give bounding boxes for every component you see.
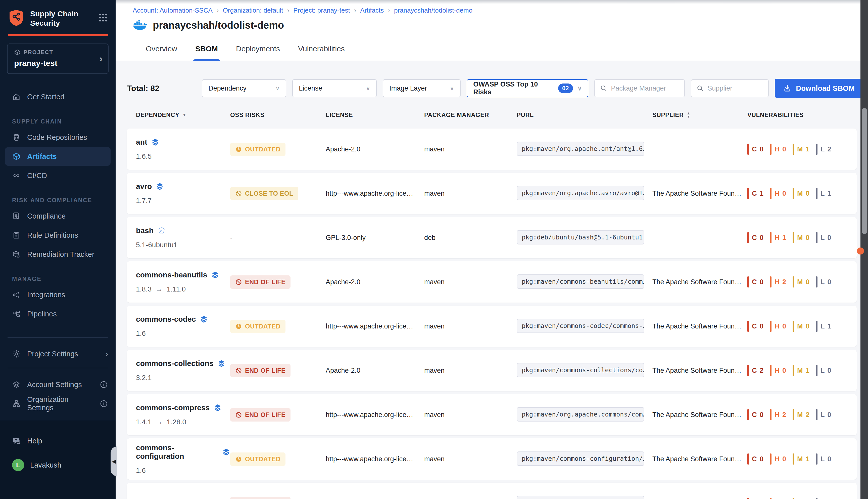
risk-badge-label: OUTDATED <box>245 455 280 463</box>
oss-risk-cell: OUTDATED <box>230 143 326 156</box>
filter-image-layer[interactable]: Image Layer∨ <box>383 79 461 97</box>
purl-value[interactable]: pkg:maven/org.apache.avro/avro@1… <box>517 186 644 200</box>
app-switcher-grid-icon[interactable] <box>98 13 108 23</box>
severity-bar <box>816 188 817 199</box>
purl-value[interactable]: pkg:maven/org.apache.ant/ant@1.6… <box>517 142 644 156</box>
vuln-count-c: C 0 <box>747 144 764 155</box>
breadcrumb-separator: › <box>217 7 219 14</box>
vuln-count-l: L 0 <box>816 277 832 288</box>
purl-value[interactable]: pkg:maven/org.apache.commons/com… <box>517 407 644 422</box>
table-row[interactable]: commons-collections3.2.1END OF LIFEApach… <box>127 350 857 391</box>
tab-deployments[interactable]: Deployments <box>234 37 282 61</box>
filter-label: OWASP OSS Top 10 Risks <box>473 81 554 96</box>
dependency-version-new: 1.28.0 <box>167 418 186 426</box>
table-row[interactable]: commons-configuration1.6OUTDATEDhttp---w… <box>127 438 857 479</box>
table-row[interactable]: commons-fileuploadEND OF LIFEApache-2.0m… <box>127 483 857 499</box>
table-row[interactable]: avro1.7.7CLOSE TO EOLhttp---www.apache.o… <box>127 173 857 214</box>
info-icon[interactable] <box>100 380 108 389</box>
info-icon[interactable] <box>100 399 108 408</box>
sidebar-item-compliance[interactable]: Compliance <box>5 207 111 226</box>
dependency-name: ant <box>136 138 147 146</box>
sidebar-item-organization-settings[interactable]: Organization Settings <box>5 394 111 413</box>
table-row[interactable]: bash5.1-6ubuntu1-GPL-3.0-onlydebpkg:deb/… <box>127 217 857 258</box>
table-row[interactable]: ant1.6.5OUTDATEDApache-2.0mavenpkg:maven… <box>127 129 857 170</box>
supplier-cell: The Apache Software Foun… <box>652 190 747 197</box>
download-sbom-button[interactable]: Download SBOM <box>775 79 863 98</box>
sidebar-item-remediation-tracker[interactable]: Remediation Tracker <box>5 245 111 264</box>
vuln-count-h: H 0 <box>770 498 787 499</box>
docker-whale-icon <box>133 20 147 31</box>
breadcrumb-item[interactable]: Artifacts <box>360 7 384 14</box>
severity-bar <box>770 144 771 155</box>
column-header-supplier[interactable]: SUPPLIER▲▼ <box>652 111 747 119</box>
project-selector[interactable]: PROJECT pranay-test › <box>7 44 109 74</box>
sidebar-item-project-settings[interactable]: Project Settings› <box>5 344 111 363</box>
sidebar-item-account-settings[interactable]: Account Settings <box>5 375 111 394</box>
sidebar-item-artifacts[interactable]: Artifacts <box>5 147 111 166</box>
risk-badge-label: END OF LIFE <box>245 367 286 374</box>
sidebar-item-label: Get Started <box>27 93 64 101</box>
dependency-cell: bash5.1-6ubuntu1 <box>136 226 230 249</box>
vuln-count-l: L 0 <box>816 409 832 420</box>
severity-bar <box>816 453 817 464</box>
vuln-count-m: M 0 <box>793 232 810 243</box>
breadcrumb-item[interactable]: pranaycshah/todolist-demo <box>394 7 473 14</box>
dependency-cell: commons-collections3.2.1 <box>136 359 230 382</box>
breadcrumb: Account: Automation-SSCA›Organization: d… <box>133 7 868 14</box>
tab-sbom[interactable]: SBOM <box>193 37 220 61</box>
purl-value[interactable]: pkg:maven/commons-codec/commons-… <box>517 319 644 333</box>
table-row[interactable]: commons-codec1.6OUTDATEDhttp---www.apach… <box>127 306 857 347</box>
purl-value[interactable]: pkg:maven/commons-configuration/… <box>517 451 644 466</box>
package-manager-cell: maven <box>424 190 517 197</box>
app-root: Supply Chain Security PROJECT pranay-tes… <box>0 0 868 499</box>
tab-vulnerabilities[interactable]: Vulnerabilities <box>296 37 347 61</box>
risk-badge-outdated: OUTDATED <box>230 143 286 156</box>
breadcrumb-item[interactable]: Project: pranay-test <box>293 7 350 14</box>
filter-dependency[interactable]: Dependency∨ <box>202 79 286 97</box>
vuln-count-l: L 2 <box>816 144 832 155</box>
sidebar-item-ci-cd[interactable]: CI/CD <box>5 166 111 185</box>
severity-bar <box>747 453 749 464</box>
purl-value[interactable]: pkg:deb/ubuntu/bash@5.1-6ubuntu1 <box>517 230 644 244</box>
supplier-search-input[interactable] <box>707 85 763 92</box>
severity-bar <box>816 365 817 376</box>
scrollbar-thumb[interactable] <box>862 108 867 234</box>
sidebar-item-code-repositories[interactable]: Code Repositories <box>5 128 111 147</box>
package-manager-search-input[interactable] <box>611 85 679 92</box>
sidebar-item-rule-definitions[interactable]: Rule Definitions <box>5 226 111 244</box>
breadcrumb-item[interactable]: Organization: default <box>223 7 283 14</box>
column-label: DEPENDENCY <box>136 111 179 119</box>
purl-value[interactable]: pkg:maven/commons-beanutils/comm… <box>517 275 644 289</box>
breadcrumb-item[interactable]: Account: Automation-SSCA <box>133 7 213 14</box>
table-body: ant1.6.5OUTDATEDApache-2.0mavenpkg:maven… <box>127 129 857 499</box>
sidebar-item-help[interactable]: ? Help <box>0 433 116 448</box>
sidebar-item-label: Project Settings <box>27 350 78 358</box>
user-menu[interactable]: L Lavakush <box>0 458 116 473</box>
purl-value[interactable]: pkg:maven/commons-fileupload/co… <box>517 496 644 499</box>
tab-overview[interactable]: Overview <box>144 37 179 61</box>
table-row[interactable]: commons-compress1.4.1→1.28.0END OF LIFEh… <box>127 394 857 435</box>
severity-bar <box>770 365 771 376</box>
severity-bar <box>816 144 817 155</box>
vuln-count-m: M 1 <box>793 144 810 155</box>
sidebar-collapse-handle[interactable]: ◀ <box>111 447 117 476</box>
table-row[interactable]: commons-beanutils1.8.3→1.11.0END OF LIFE… <box>127 261 857 303</box>
package-manager-cell: maven <box>424 411 517 419</box>
vulnerabilities-cell: C 0H 2M 2L 0 <box>747 409 849 420</box>
sidebar-item-pipelines[interactable]: Pipelines <box>5 305 111 323</box>
vulnerabilities-cell: C 0H 0M 1L 2 <box>747 144 849 155</box>
sidebar-item-integrations[interactable]: Integrations <box>5 285 111 304</box>
purl-value[interactable]: pkg:maven/commons-collections/co… <box>517 363 644 377</box>
risk-badge-end-of-life: END OF LIFE <box>230 364 290 377</box>
severity-bar <box>793 188 794 199</box>
filter-owasp-oss-top-10-risks[interactable]: OWASP OSS Top 10 Risks02∨ <box>467 79 588 97</box>
layers-icon <box>158 227 166 235</box>
oss-risk-cell: END OF LIFE <box>230 276 326 289</box>
filter-license[interactable]: License∨ <box>292 79 377 97</box>
column-header-dependency[interactable]: DEPENDENCY▼ <box>136 111 230 119</box>
notification-dot[interactable] <box>857 247 864 255</box>
column-label: VULNERABILITIES <box>747 111 804 119</box>
arrow-right-icon: → <box>155 418 163 426</box>
sidebar-item-get-started[interactable]: Get Started <box>5 87 111 106</box>
license-cell: Apache-2.0 <box>326 145 424 153</box>
